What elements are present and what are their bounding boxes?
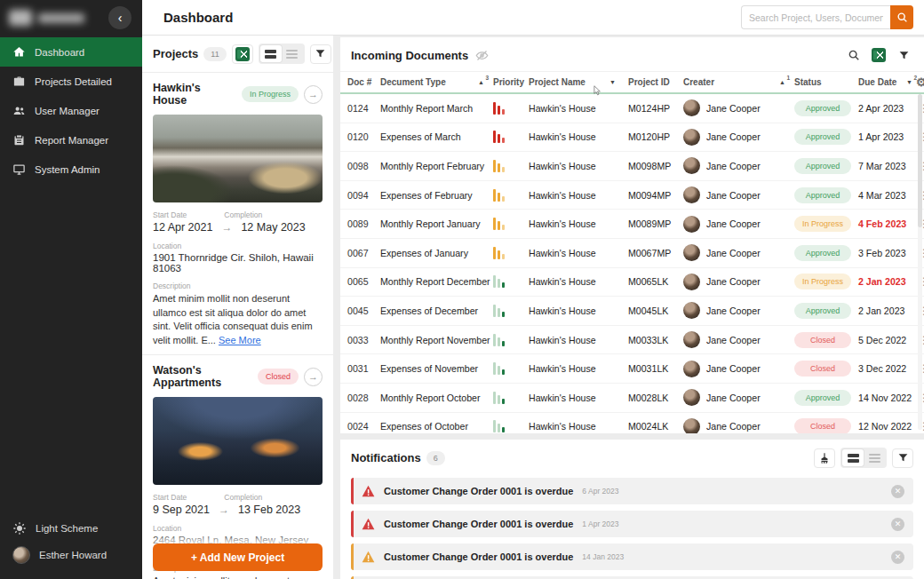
document-type: Monthly Report January (380, 218, 493, 229)
status-badge: In Progress (794, 216, 851, 232)
sidebar-collapse-button[interactable]: ‹ (108, 6, 131, 29)
project-name: Hawkin's House (529, 103, 628, 114)
col-creator[interactable]: Creater ▲1 (683, 77, 794, 87)
notification-date: 14 Jan 2023 (582, 552, 624, 561)
documents-export-excel-button[interactable] (869, 45, 888, 65)
priority-icon (493, 102, 529, 115)
projects-view-toggle[interactable] (259, 44, 305, 64)
project-name: Hawkin's House (529, 421, 628, 432)
view-compact-icon[interactable] (864, 449, 885, 466)
status-badge: Approved (794, 129, 851, 145)
document-row[interactable]: 0098 Monthly Report February Hawkin's Ho… (340, 152, 924, 181)
document-row[interactable]: 0124 Monthly Report March Hawkin's House… (340, 94, 924, 123)
notification-text: Customer Change Order 0001 is overdue (384, 486, 573, 496)
col-document-type[interactable]: Decument Type ▲3 (380, 77, 493, 87)
sidebar-footer: Light Scheme Esther Howard (0, 515, 142, 579)
notifications-view-toggle[interactable] (840, 448, 887, 468)
notifications-header: Notifications 6 (340, 440, 924, 476)
col-doc-number[interactable]: Doc # (347, 77, 380, 87)
add-new-project-button[interactable]: + Add New Project (153, 543, 323, 571)
project-card[interactable]: Hawkin's House In Progress → Start Date … (142, 73, 333, 355)
document-row[interactable]: 0067 Expenses of January Hawkin's House … (340, 239, 924, 268)
notification-item[interactable]: Customer Change Order 0001 is overdue 14… (351, 543, 913, 570)
dismiss-notification-icon[interactable]: ✕ (891, 485, 904, 498)
project-name: Hawkin's House (529, 393, 628, 403)
document-row[interactable]: 0094 Expenses of February Hawkin's House… (340, 181, 924, 210)
user-avatar (12, 546, 30, 564)
document-row[interactable]: 0120 Expenses of March Hawkin's House M0… (340, 123, 924, 153)
status-badge: Approved (794, 390, 851, 406)
notifications-list: Customer Change Order 0001 is overdue 6 … (340, 476, 924, 579)
open-project-button[interactable]: → (304, 85, 323, 104)
content: Projects 11 (142, 36, 924, 579)
status-badge: Closed (794, 418, 851, 433)
document-row[interactable]: 0045 Expenses of December Hawkin's House… (340, 297, 924, 326)
warning-triangle-icon (362, 518, 375, 530)
sidebar-item-dashboard[interactable]: Dashboard (0, 37, 142, 67)
dropdown-caret-icon[interactable]: ▼ (609, 79, 616, 85)
current-user-name: Esther Howard (39, 550, 107, 560)
open-project-button[interactable]: → (304, 368, 323, 386)
notifications-filter-button[interactable] (892, 448, 913, 468)
notification-text: Customer Change Order 0001 is overdue (384, 519, 573, 529)
sidebar-item-projects-detailed[interactable]: Projects Detailed (0, 67, 142, 96)
briefcase-icon (12, 75, 26, 88)
dismiss-notification-icon[interactable]: ✕ (891, 551, 904, 564)
eye-off-icon[interactable] (475, 49, 489, 62)
export-excel-button[interactable] (232, 44, 253, 64)
scrollbar-thumb[interactable] (918, 94, 922, 227)
view-comfortable-icon[interactable] (260, 45, 282, 62)
app-logo (9, 10, 84, 26)
col-priority[interactable]: Priority (493, 77, 529, 87)
project-photo (153, 115, 323, 202)
col-status[interactable]: Status (794, 77, 858, 87)
creator-name: Jane Cooper (706, 161, 761, 171)
documents-header-icons (844, 45, 913, 65)
notifications-header-icons (814, 448, 913, 468)
projects-header: Projects 11 (142, 36, 333, 72)
notification-item[interactable]: Customer Change Order 0001 is overdue 6 … (351, 478, 913, 504)
search-input[interactable] (741, 5, 890, 29)
creator-avatar (683, 186, 700, 203)
documents-filter-button[interactable] (894, 45, 913, 65)
sort-asc-icon[interactable]: ▲3 (478, 79, 484, 85)
table-settings-gear-icon[interactable]: ⚙ (916, 75, 924, 89)
col-due-date[interactable]: Due Date ▼2 (858, 77, 916, 87)
view-compact-icon[interactable] (282, 45, 303, 62)
document-row[interactable]: 0031 Expenses of November Hawkin's House… (340, 354, 924, 384)
creator-name: Jane Cooper (706, 363, 761, 374)
clear-notifications-button[interactable] (814, 448, 835, 468)
sidebar-item-report-manager[interactable]: Report Manager (0, 125, 142, 155)
start-date-value: 12 Apr 2021 (153, 221, 212, 234)
monitor-icon (12, 163, 26, 176)
document-row[interactable]: 0028 Monthly Report October Hawkin's Hou… (340, 384, 924, 413)
sidebar-item-user-manager[interactable]: User Manager (0, 96, 142, 125)
projects-filter-button[interactable] (310, 44, 331, 64)
sort-asc-icon[interactable]: ▲1 (779, 79, 785, 85)
current-user[interactable]: Esther Howard (12, 542, 130, 568)
documents-search-button[interactable] (844, 45, 864, 65)
sidebar-item-system-admin[interactable]: System Admin (0, 155, 142, 184)
see-more-link[interactable]: See More (219, 335, 261, 345)
projects-list[interactable]: Hawkin's House In Progress → Start Date … (142, 73, 333, 579)
notification-date: 1 Apr 2023 (582, 520, 618, 528)
doc-number: 0120 (347, 131, 380, 142)
creator-name: Jane Cooper (706, 190, 761, 201)
document-row[interactable]: 0033 Monthly Report November Hawkin's Ho… (340, 326, 924, 355)
dismiss-notification-icon[interactable]: ✕ (891, 518, 904, 531)
table-scrollbar[interactable] (918, 94, 922, 430)
search-button[interactable] (890, 5, 913, 29)
project-id: M0089MP (628, 218, 683, 229)
col-project-name[interactable]: Project Name ▼ (529, 77, 628, 87)
document-row[interactable]: 0065 Monthly Report December Hawkin's Ho… (340, 268, 924, 297)
status-badge: Closed (794, 332, 851, 348)
sort-desc-icon[interactable]: ▼2 (906, 79, 912, 85)
creator-avatar (683, 274, 700, 290)
col-project-id[interactable]: Project ID (628, 77, 683, 87)
notification-item[interactable]: Customer Change Order 0001 is overdue 1 … (351, 511, 913, 537)
theme-toggle[interactable]: Light Scheme (12, 515, 130, 542)
document-row[interactable]: 0024 Expenses of October Hawkin's House … (340, 413, 924, 433)
arrow-right-icon: → (219, 504, 229, 516)
view-comfortable-icon[interactable] (842, 449, 864, 466)
document-row[interactable]: 0089 Monthly Report January Hawkin's Hou… (340, 210, 924, 239)
